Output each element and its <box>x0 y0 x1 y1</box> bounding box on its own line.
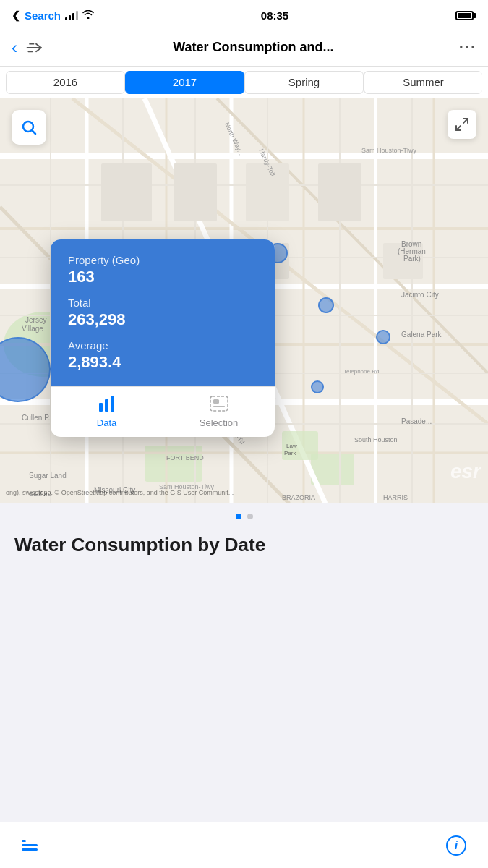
svg-rect-35 <box>174 163 217 221</box>
list-icon <box>22 840 38 851</box>
popup-total-value: 263,298 <box>68 310 257 329</box>
svg-rect-69 <box>210 396 228 411</box>
popup-selection-label: Selection <box>200 417 238 428</box>
map-marker-4 <box>311 380 324 393</box>
svg-rect-34 <box>101 163 152 221</box>
signal-bars-icon <box>65 10 78 20</box>
popup-average-label: Average <box>68 339 257 352</box>
status-bar: ❮ Search 08:35 <box>0 0 488 29</box>
wifi-icon <box>82 10 94 21</box>
popup-data-tab[interactable]: Data <box>51 387 163 437</box>
svg-rect-70 <box>213 399 219 404</box>
svg-text:Sugar Land: Sugar Land <box>29 472 67 480</box>
svg-text:Cullen P.: Cullen P. <box>22 414 50 422</box>
svg-text:HARRIS: HARRIS <box>383 494 408 501</box>
nav-bar: ‹ Water Consumption and... ··· <box>0 29 488 67</box>
list-view-button[interactable] <box>22 840 38 851</box>
bottom-section: Water Consumption by Date <box>0 527 488 614</box>
back-button[interactable]: ‹ <box>12 39 17 56</box>
map-expand-button[interactable] <box>448 110 476 139</box>
svg-text:Telephone Rd: Telephone Rd <box>343 368 379 375</box>
svg-rect-71 <box>213 406 225 407</box>
section-title: Water Consumption by Date <box>14 534 474 556</box>
svg-line-73 <box>33 131 36 135</box>
popup-property-label: Property (Geo) <box>68 254 257 266</box>
popup-footer: Data Selection <box>51 386 275 437</box>
map-attribution: ong), swisstopo, © OpenStreetMap contrib… <box>6 489 234 496</box>
more-button[interactable]: ··· <box>459 38 476 57</box>
tab-summer[interactable]: Summer <box>364 71 482 94</box>
svg-text:Jersey: Jersey <box>25 316 46 324</box>
tab-2016[interactable]: 2016 <box>6 71 125 94</box>
svg-text:Jacinto City: Jacinto City <box>401 291 439 299</box>
map-search-button[interactable] <box>12 110 46 145</box>
chart-bar-icon <box>98 396 116 414</box>
back-chevron-icon: ❮ <box>12 9 20 21</box>
map-container[interactable]: Jersey Village Cullen P. Brown (Herman P… <box>0 98 488 503</box>
map-marker-3 <box>376 330 390 344</box>
tab-spring[interactable]: Spring <box>244 71 364 94</box>
popup-average-value: 2,893.4 <box>68 353 257 372</box>
svg-text:Law: Law <box>286 443 297 449</box>
info-button[interactable]: i <box>446 835 466 856</box>
svg-text:BRAZORIA: BRAZORIA <box>282 494 315 501</box>
svg-text:Pasade...: Pasade... <box>401 417 432 425</box>
info-icon: i <box>446 835 466 856</box>
popup-property-row: Property (Geo) 163 <box>68 254 257 286</box>
map-marker-2 <box>318 297 334 313</box>
page-dot-2[interactable] <box>247 514 253 519</box>
status-time: 08:35 <box>261 9 288 22</box>
svg-rect-37 <box>318 163 361 221</box>
svg-text:Sam Houston-Tlwy: Sam Houston-Tlwy <box>361 147 417 154</box>
battery-icon <box>455 11 476 20</box>
svg-text:FORT BEND: FORT BEND <box>166 454 204 461</box>
page-indicators <box>0 503 488 527</box>
tab-2017[interactable]: 2017 <box>125 71 244 94</box>
popup-total-label: Total <box>68 297 257 309</box>
page-dot-1[interactable] <box>236 514 241 519</box>
svg-text:Galena Park: Galena Park <box>401 331 442 339</box>
status-left: ❮ Search <box>12 9 94 22</box>
status-back-label[interactable]: Search <box>25 9 61 22</box>
popup-property-value: 163 <box>68 268 257 286</box>
popup-data-label: Data <box>97 417 116 428</box>
svg-text:Park: Park <box>284 450 296 456</box>
popup-header: Property (Geo) 163 Total 263,298 Average… <box>51 239 275 386</box>
svg-rect-66 <box>99 403 103 412</box>
tab-bar: 2016 2017 Spring Summer <box>0 67 488 98</box>
selection-icon <box>210 396 228 414</box>
svg-text:Village: Village <box>22 325 43 333</box>
popup-card: Property (Geo) 163 Total 263,298 Average… <box>51 239 275 437</box>
popup-total-row: Total 263,298 <box>68 297 257 329</box>
nav-left: ‹ <box>12 36 48 59</box>
svg-rect-67 <box>105 399 108 412</box>
popup-average-row: Average 2,893.4 <box>68 339 257 372</box>
svg-rect-68 <box>111 396 114 412</box>
svg-rect-5 <box>145 446 202 482</box>
svg-text:South Houston: South Houston <box>354 436 398 443</box>
bottom-toolbar: i <box>0 822 488 868</box>
svg-text:Park): Park) <box>403 255 421 263</box>
esri-watermark: esr <box>450 460 481 483</box>
popup-selection-tab[interactable]: Selection <box>163 387 275 437</box>
filter-icon[interactable] <box>25 36 48 59</box>
nav-title: Water Consumption and... <box>48 40 459 55</box>
status-right <box>455 11 476 20</box>
svg-rect-36 <box>246 163 289 221</box>
